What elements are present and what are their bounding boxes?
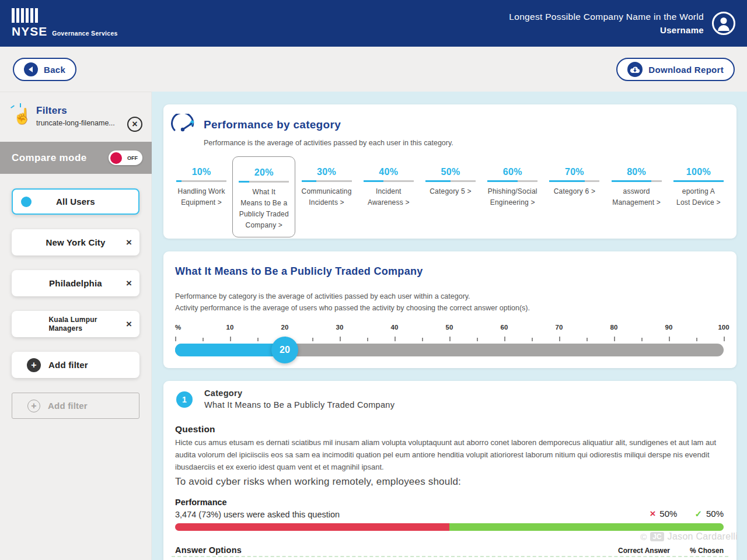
- question-heading: Question: [175, 424, 215, 435]
- correct-check-icon: ✓: [694, 509, 702, 518]
- main-content: Performance by category Performance is t…: [152, 92, 747, 560]
- category-heading: Category: [204, 388, 242, 398]
- remove-filter-icon[interactable]: ×: [126, 278, 132, 288]
- filter-chip-philadelphia[interactable]: Philadelphia ×: [12, 270, 139, 296]
- slider-tick: [614, 337, 615, 341]
- category-item[interactable]: 30% Communicating Incidents >: [295, 156, 357, 237]
- top-header: NYSE Governance Services Longest Possibl…: [0, 0, 747, 47]
- compare-mode-bar: Compare mode OFF: [0, 142, 152, 174]
- category-progress-bar: [612, 180, 662, 182]
- download-report-button[interactable]: Download Report: [616, 58, 735, 81]
- slider-handle[interactable]: 20: [271, 337, 298, 363]
- toggle-state-label: OFF: [127, 150, 138, 165]
- filters-title: Filters: [36, 105, 151, 117]
- category-percent: 60%: [483, 167, 542, 177]
- category-label[interactable]: Category 5 >: [421, 186, 480, 197]
- gauge-icon: [171, 114, 198, 134]
- slider-tick: [449, 337, 451, 341]
- back-button[interactable]: Back: [13, 58, 76, 81]
- question-card: 1 Category What It Means to Be a Publicl…: [163, 381, 736, 560]
- category-item[interactable]: 100% eporting A Lost Device >: [668, 156, 729, 237]
- category-label[interactable]: assword Management >: [608, 186, 666, 208]
- category-item[interactable]: 60% Phishing/Social Engineering >: [481, 156, 543, 237]
- add-filter-button[interactable]: + Add filter: [12, 352, 139, 378]
- category-label[interactable]: Incident Awareness >: [359, 186, 418, 208]
- category-label[interactable]: What It Means to Be a Publicly Traded Co…: [235, 187, 293, 231]
- category-item[interactable]: 20% What It Means to Be a Publicly Trade…: [232, 156, 295, 237]
- question-prompt: To avoid cyber risks when working remote…: [175, 476, 461, 488]
- description-line1: Performance by category is the average o…: [175, 290, 530, 302]
- slider-tick: [395, 337, 396, 341]
- slider-tick: [340, 337, 341, 341]
- users-asked-text: 3,474 (73%) users were asked this questi…: [175, 510, 340, 519]
- category-label[interactable]: Handling Work Equipment >: [172, 186, 231, 208]
- category-detail-title: What It Means to Be a Publicly Traded Co…: [175, 265, 423, 278]
- filter-chip-label: Kuala Lumpur Managers: [49, 316, 103, 333]
- category-label[interactable]: Phishing/Social Engineering >: [483, 186, 542, 208]
- slider-tick: [641, 338, 643, 341]
- remove-filter-icon[interactable]: ×: [126, 237, 132, 247]
- category-percent: 70%: [545, 167, 603, 177]
- category-item[interactable]: 80% assword Management >: [606, 156, 668, 237]
- filter-chip-kuala-lumpur-managers[interactable]: Kuala Lumpur Managers ×: [12, 311, 139, 337]
- category-progress-bar: [302, 180, 352, 182]
- category-item[interactable]: 50% Category 5 >: [420, 156, 481, 237]
- app-root: NYSE Governance Services Longest Possibl…: [0, 0, 747, 560]
- click-hand-icon: ☝: [13, 107, 32, 125]
- slider-tick: [367, 338, 368, 341]
- filter-all-users[interactable]: All Users: [12, 188, 139, 215]
- nyse-logo: NYSE Governance Services: [12, 8, 118, 38]
- avatar-body-shape: [718, 25, 729, 31]
- category-name: What It Means to Be a Publicly Traded Co…: [204, 400, 395, 410]
- question-body-text: Hicte cus amus etusam es dernati sciatib…: [175, 436, 722, 473]
- compare-mode-toggle[interactable]: OFF: [109, 150, 142, 165]
- username-link[interactable]: Username: [509, 25, 704, 35]
- slider-tick: [175, 337, 176, 341]
- answer-row-dashed-border: [172, 556, 728, 557]
- plus-icon: +: [27, 400, 40, 412]
- description-line2: Activity performance is the average of u…: [175, 302, 530, 314]
- add-filter-button-disabled: + Add filter: [12, 393, 139, 419]
- performance-card-subtitle: Performance is the average of activities…: [204, 139, 453, 147]
- nyse-logo-bars-icon: [12, 8, 118, 23]
- slider-ticks: [175, 337, 724, 342]
- category-label[interactable]: eporting A Lost Device >: [669, 186, 728, 208]
- toggle-knob: [110, 152, 122, 164]
- category-progress-bar: [176, 180, 226, 182]
- chosen-column-label: % Chosen: [690, 547, 724, 555]
- correct-bar-segment: [449, 523, 724, 531]
- slider-tick-label: 70: [556, 324, 563, 331]
- incorrect-stat: × 50%: [650, 509, 677, 519]
- category-item[interactable]: 70% Category 6 >: [543, 156, 605, 237]
- category-label[interactable]: Category 6 >: [545, 186, 603, 197]
- slider-tick-label: 20: [281, 324, 289, 331]
- category-percent: 100%: [669, 167, 728, 177]
- slider-tick: [230, 337, 231, 341]
- avatar-head-shape: [721, 18, 727, 24]
- user-avatar-icon[interactable]: [712, 12, 735, 35]
- slider-tick: [257, 338, 259, 341]
- correct-percent: 50%: [706, 509, 724, 519]
- incorrect-x-icon: ×: [650, 509, 655, 519]
- category-progress-bar: [364, 180, 414, 182]
- slider-tick: [587, 338, 588, 341]
- back-label: Back: [44, 65, 65, 75]
- clear-filters-icon[interactable]: ×: [127, 117, 142, 132]
- slider-fill: [175, 344, 285, 356]
- category-item[interactable]: 40% Incident Awareness >: [358, 156, 420, 237]
- category-label[interactable]: Communicating Incidents >: [297, 186, 355, 208]
- filter-list: All Users New York City × Philadelphia ×…: [12, 188, 139, 433]
- remove-filter-icon[interactable]: ×: [126, 319, 132, 329]
- performance-slider[interactable]: 20: [175, 344, 724, 356]
- answer-options-header: Answer Options Correct Answer % Chosen: [175, 545, 724, 555]
- slider-tick-label: 10: [226, 324, 234, 331]
- category-progress-bar: [239, 181, 289, 183]
- category-detail-card: What It Means to Be a Publicly Traded Co…: [163, 251, 736, 368]
- company-name: Longest Possible Company Name in the Wor…: [509, 12, 704, 22]
- category-progress-bar: [549, 180, 599, 182]
- slider-tick-label: 80: [610, 324, 618, 331]
- filter-chip-new-york-city[interactable]: New York City ×: [12, 229, 139, 256]
- category-item[interactable]: 10% Handling Work Equipment >: [170, 156, 232, 237]
- category-row: 10% Handling Work Equipment > 20% What I…: [170, 156, 729, 237]
- answer-options-label: Answer Options: [175, 545, 242, 555]
